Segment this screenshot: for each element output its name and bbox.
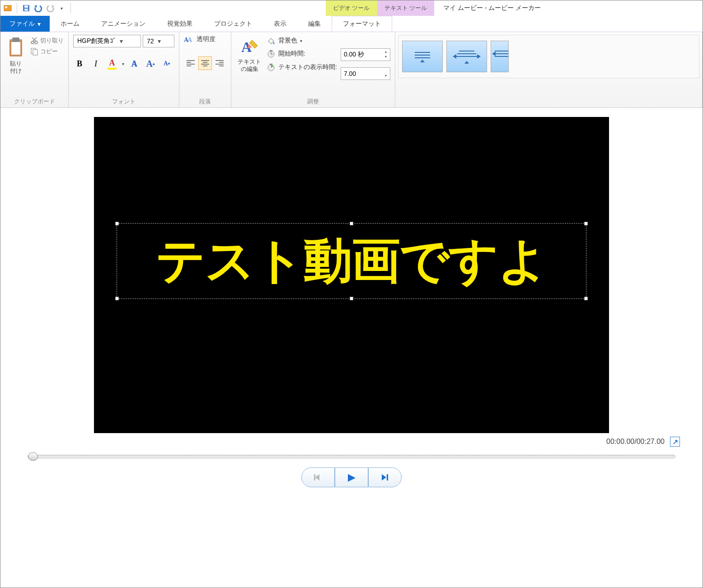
next-frame-button[interactable] xyxy=(368,467,402,487)
copy-icon xyxy=(30,47,38,56)
clock-green-icon xyxy=(267,63,276,72)
time-display: 00:00.00/00:27.00 xyxy=(606,438,665,446)
group-adjust-label: 調整 xyxy=(236,96,390,106)
tab-edit[interactable]: 編集 xyxy=(297,16,332,32)
window-title: マイ ムービー - ムービー メーカー xyxy=(434,0,703,16)
edit-text-icon: A xyxy=(239,37,259,56)
cut-button[interactable]: 切り取り xyxy=(30,37,64,45)
qat-dropdown-icon[interactable]: ▾ xyxy=(57,4,66,13)
font-size-select[interactable]: 72▾ xyxy=(143,35,174,47)
group-clipboard-label: クリップボード xyxy=(5,96,64,106)
bgcolor-button[interactable]: 背景色 ▾ xyxy=(267,37,337,45)
tab-project[interactable]: プロジェクト xyxy=(203,16,263,32)
effect-2[interactable] xyxy=(446,41,487,72)
clipboard-icon xyxy=(7,37,25,58)
transparency-icon: AA xyxy=(184,35,194,44)
svg-text:A: A xyxy=(187,37,192,43)
align-left-button[interactable] xyxy=(184,56,197,70)
copy-button[interactable]: コピー xyxy=(30,47,64,56)
align-center-button[interactable] xyxy=(198,56,212,70)
tab-home[interactable]: ホーム xyxy=(50,16,90,32)
play-button[interactable]: ▶ xyxy=(335,467,368,487)
fullscreen-button[interactable]: ↗ xyxy=(670,437,680,447)
redo-icon[interactable] xyxy=(45,4,54,13)
effects-gallery[interactable] xyxy=(398,35,699,78)
undo-icon[interactable] xyxy=(33,4,42,13)
prev-frame-button[interactable] xyxy=(301,467,335,487)
align-right-button[interactable] xyxy=(213,56,226,70)
svg-rect-11 xyxy=(33,50,37,55)
start-time-input[interactable]: 0.00 秒 ▴▾ xyxy=(341,48,390,61)
svg-rect-16 xyxy=(270,50,272,51)
group-paragraph-label: 段落 xyxy=(184,96,226,106)
svg-rect-1 xyxy=(5,6,7,8)
duration-label: テキストの表示時間: xyxy=(278,63,337,71)
group-font-label: フォント xyxy=(73,96,174,106)
svg-rect-4 xyxy=(24,9,28,11)
clock-icon xyxy=(267,49,276,58)
svg-rect-7 xyxy=(12,37,19,42)
video-preview[interactable]: テスト動画ですよ xyxy=(94,117,609,433)
paint-bucket-icon xyxy=(267,37,276,45)
start-time-label: 開始時間: xyxy=(278,50,305,58)
effect-1[interactable] xyxy=(402,41,443,72)
context-tab-text[interactable]: テキスト ツール xyxy=(377,0,435,16)
svg-rect-3 xyxy=(24,5,28,8)
grow-font-button[interactable]: A▴ xyxy=(144,57,157,70)
slider-thumb[interactable] xyxy=(28,453,38,461)
svg-rect-19 xyxy=(314,474,315,481)
tab-animation[interactable]: アニメーション xyxy=(90,16,156,32)
shrink-font-button[interactable]: A▾ xyxy=(160,57,173,70)
effect-3[interactable] xyxy=(491,41,509,72)
tab-view[interactable]: 表示 xyxy=(263,16,297,32)
text-overlay-box[interactable]: テスト動画ですよ xyxy=(117,223,586,299)
italic-button[interactable]: I xyxy=(89,57,102,70)
svg-rect-18 xyxy=(270,64,272,65)
svg-rect-20 xyxy=(387,474,388,481)
tab-format[interactable]: フォーマット xyxy=(332,16,392,32)
transparency-button[interactable]: AA 透明度 xyxy=(184,35,216,44)
timeline-slider[interactable] xyxy=(28,455,675,458)
svg-rect-6 xyxy=(11,42,20,55)
font-name-select[interactable]: HGP創英角ｺﾞ▾ xyxy=(73,35,141,47)
save-icon[interactable] xyxy=(22,4,31,13)
duration-input[interactable]: 7.00 ▴▾ xyxy=(341,67,390,80)
context-tab-video[interactable]: ビデオ ツール xyxy=(326,0,377,16)
overlay-text[interactable]: テスト動画ですよ xyxy=(126,228,577,294)
scissors-icon xyxy=(30,37,38,45)
tab-visual[interactable]: 視覚効果 xyxy=(156,16,203,32)
tab-file[interactable]: ファイル▾ xyxy=(0,16,50,32)
outline-button[interactable]: A xyxy=(128,57,141,70)
edit-text-button[interactable]: A テキスト の編集 xyxy=(236,35,263,74)
paste-button[interactable]: 貼り 付け xyxy=(5,35,27,76)
app-icon xyxy=(3,4,12,13)
font-color-button[interactable]: A xyxy=(106,57,118,70)
bold-button[interactable]: B xyxy=(73,57,86,70)
